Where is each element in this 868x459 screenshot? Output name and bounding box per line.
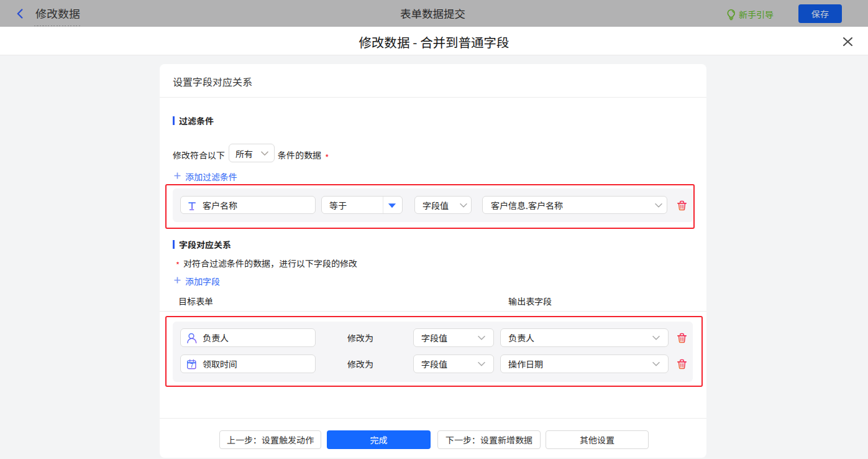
svg-text:7: 7: [190, 361, 193, 369]
